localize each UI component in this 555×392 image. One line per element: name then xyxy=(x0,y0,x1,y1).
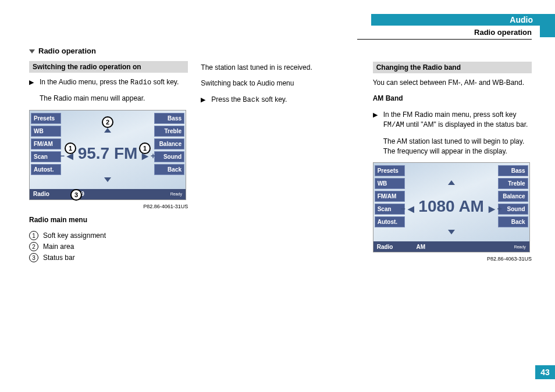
legend-num: 1 xyxy=(29,231,38,240)
legend-text: Soft key assignment xyxy=(43,231,106,240)
instruction-bullet: ▶ Press the Back soft key. xyxy=(201,95,360,105)
softkey: Presets xyxy=(31,113,61,124)
status-ready: Ready xyxy=(514,245,525,249)
callout-2: 2 xyxy=(102,116,113,128)
nav-down-icon xyxy=(104,177,111,182)
softkey: Treble xyxy=(154,126,184,137)
instruction-bullet: ▶ In the FM Radio main menu, press soft … xyxy=(373,110,532,131)
callout-1-left: 1 xyxy=(65,142,76,154)
code-text: Radio xyxy=(130,79,151,87)
status-mode: Radio xyxy=(377,244,393,250)
instruction-text: Press the Back soft key. xyxy=(211,95,287,105)
text: until "AM" is displayed in the status ba… xyxy=(404,120,528,129)
softkey: Treble xyxy=(498,178,528,189)
nav-up-icon xyxy=(104,128,111,133)
page-number: 43 xyxy=(535,365,555,379)
section-title-text: Radio operation xyxy=(38,47,96,55)
softkeys-right: Bass Treble Balance Sound Back xyxy=(498,165,528,227)
legend-text: Status bar xyxy=(43,254,75,262)
softkey: Back xyxy=(498,216,528,227)
legend-row: 1Soft key assignment xyxy=(29,231,188,240)
softkey: Bass xyxy=(498,165,528,176)
paragraph: The AM station last tuned to will begin … xyxy=(373,137,532,157)
softkey: Sound xyxy=(154,151,184,162)
softkey: FM/AM xyxy=(31,138,61,149)
legend-row: 3Status bar xyxy=(29,253,188,262)
triangle-icon xyxy=(29,49,35,54)
softkey: WB xyxy=(375,178,405,189)
status-bar: Radio AM Ready xyxy=(373,241,529,252)
instruction-text: In the FM Radio main menu, press soft ke… xyxy=(383,110,532,131)
text: In the Audio menu, press the xyxy=(40,78,130,86)
radio-screenshot-am: Presets WB FM/AM Scan Autost. Bass Trebl… xyxy=(373,162,530,252)
softkey: Back xyxy=(154,164,184,175)
header-tab xyxy=(540,14,555,37)
instruction-text: In the Audio menu, press the Radio soft … xyxy=(40,77,179,88)
frequency-value: 1080 AM xyxy=(418,197,484,215)
softkey: Balance xyxy=(498,191,528,202)
play-arrow-icon: ▶ xyxy=(29,77,40,88)
paragraph: The Radio main menu will appear. xyxy=(29,94,188,104)
radio-screenshot-fm: Presets WB FM/AM Scan Autost. Bass Trebl… xyxy=(29,110,186,200)
status-bar: Radio FM9 Ready xyxy=(30,189,186,199)
sub-heading: AM Band xyxy=(373,94,532,104)
column-3: Changing the Radio band You can select b… xyxy=(373,47,532,268)
subsection-heading: Changing the Radio band xyxy=(373,62,532,73)
status-mode: Radio xyxy=(33,191,49,197)
legend-row: 2Main area xyxy=(29,242,188,251)
code-text: Back xyxy=(243,96,259,104)
figure-id: P82.86-4061-31US xyxy=(29,204,188,209)
text: soft key. xyxy=(151,78,179,86)
subsection-heading: Switching the radio operation on xyxy=(29,61,188,73)
status-ready: Ready xyxy=(170,192,182,196)
softkeys-left: Presets WB FM/AM Scan Autost. xyxy=(375,165,405,227)
tune-minus: − ◀ xyxy=(401,204,414,213)
column-2: The station last tuned in is received. S… xyxy=(201,47,360,268)
text: soft key. xyxy=(259,95,287,104)
callout-1-right: 1 xyxy=(139,142,151,154)
softkeys-right: Bass Treble Balance Sound Back xyxy=(154,113,184,175)
nav-up-icon xyxy=(448,180,455,185)
softkeys-left: Presets WB FM/AM Scan Autost. xyxy=(31,113,61,175)
text: In the FM Radio main menu, press soft ke… xyxy=(383,111,517,119)
paragraph: You can select between FM-, AM- and WB-B… xyxy=(373,78,532,88)
softkey: Balance xyxy=(154,138,184,149)
paragraph: Switching back to Audio menu xyxy=(201,79,360,88)
header-subtitle: Radio operation xyxy=(357,28,532,40)
status-band: AM xyxy=(416,244,425,250)
softkey: WB xyxy=(31,126,61,137)
softkey: Bass xyxy=(154,113,184,124)
softkey: Presets xyxy=(375,165,405,176)
softkey: Autost. xyxy=(31,164,61,175)
header-category: Audio xyxy=(371,14,540,26)
tune-plus: ▶ + xyxy=(489,204,502,213)
instruction-bullet: ▶ In the Audio menu, press the Radio sof… xyxy=(29,77,188,88)
nav-down-icon xyxy=(448,230,455,234)
frequency-value: 95.7 FM xyxy=(78,145,138,163)
play-arrow-icon: ▶ xyxy=(373,110,383,131)
paragraph: The station last tuned in is received. xyxy=(201,63,360,73)
legend-num: 3 xyxy=(29,253,38,262)
legend-num: 2 xyxy=(29,242,38,251)
softkey: Scan xyxy=(31,151,61,162)
column-1: Radio operation Switching the radio oper… xyxy=(29,47,188,268)
legend-text: Main area xyxy=(43,243,74,251)
figure-id: P82.86-4063-31US xyxy=(373,256,532,262)
play-arrow-icon: ▶ xyxy=(201,95,211,105)
frequency-display: − ◀ 1080 AM ▶ + xyxy=(401,197,502,216)
text: Press the xyxy=(211,95,243,104)
softkey: Sound xyxy=(498,204,528,215)
figure-caption: Radio main menu xyxy=(29,215,188,225)
section-title: Radio operation xyxy=(29,47,188,55)
softkey: Autost. xyxy=(375,216,405,227)
code-text: FM/AM xyxy=(383,121,404,129)
callout-3: 3 xyxy=(70,189,82,201)
